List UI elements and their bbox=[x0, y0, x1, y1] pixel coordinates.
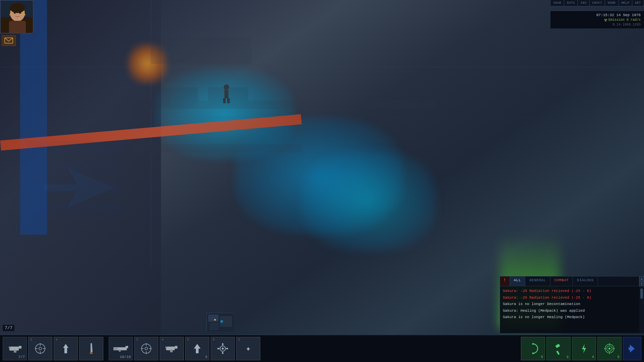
action-count-1: 5 bbox=[541, 355, 543, 359]
weapon-slot-7[interactable]: 4 bbox=[160, 337, 184, 360]
chat-scroll-down[interactable]: ▼ bbox=[639, 281, 644, 286]
weapon-slot-6[interactable]: 3 bbox=[134, 337, 158, 360]
svg-point-42 bbox=[39, 347, 42, 350]
svg-rect-85 bbox=[208, 315, 218, 321]
weapon-slot-8[interactable]: 5 5 bbox=[185, 337, 209, 360]
crosshair-2-icon bbox=[140, 343, 152, 355]
svg-rect-66 bbox=[222, 343, 223, 345]
action-slot-1[interactable]: 5 bbox=[521, 337, 545, 360]
svg-rect-69 bbox=[226, 348, 228, 349]
svg-rect-62 bbox=[165, 347, 167, 348]
chat-tab-general[interactable]: GENERAL bbox=[525, 277, 550, 286]
slot-count-8: 5 bbox=[205, 355, 207, 359]
character-portrait bbox=[1, 1, 34, 34]
tab-char[interactable]: CHAR bbox=[551, 0, 565, 6]
star-icon: ✦ bbox=[246, 343, 251, 354]
svg-point-30 bbox=[10, 3, 25, 13]
svg-marker-47 bbox=[63, 344, 68, 353]
svg-rect-17 bbox=[134, 101, 436, 109]
svg-point-71 bbox=[532, 353, 534, 354]
action-slot-4[interactable]: 5 bbox=[597, 337, 622, 360]
half-circle-icon bbox=[527, 343, 539, 355]
svg-rect-40 bbox=[9, 347, 10, 348]
chat-tab-alert[interactable]: ! bbox=[500, 277, 510, 286]
message-button[interactable] bbox=[2, 35, 16, 46]
weapon-slot-4[interactable] bbox=[79, 337, 103, 360]
ammo-display: 7/7 bbox=[3, 325, 14, 331]
svg-rect-14 bbox=[151, 37, 252, 64]
svg-rect-21 bbox=[223, 98, 226, 103]
chat-tab-dialogs[interactable]: DIALOGS bbox=[573, 277, 598, 286]
tab-inv[interactable]: INV bbox=[578, 0, 590, 6]
pistol-icon bbox=[8, 344, 22, 353]
tab-done[interactable]: DONE bbox=[605, 0, 619, 6]
chat-scrollbar-thumb bbox=[640, 289, 643, 299]
svg-rect-39 bbox=[19, 346, 21, 349]
weapon-slot-3[interactable]: 4 bbox=[54, 337, 78, 360]
action-slot-3[interactable]: 4 bbox=[572, 337, 596, 360]
tab-get[interactable]: GET bbox=[632, 0, 644, 6]
svg-marker-74 bbox=[582, 344, 586, 353]
chat-panel: ! ALL GENERAL COMBAT DIALOGS ▲ ▼ Sakura:… bbox=[500, 276, 644, 334]
tab-craft[interactable]: CRAFT bbox=[590, 0, 605, 6]
character-figure-1 bbox=[221, 84, 231, 104]
arrow-right-icon bbox=[627, 342, 637, 355]
tab-help[interactable]: HELP bbox=[619, 0, 633, 6]
weapon-slot-1[interactable]: 7/7 bbox=[3, 337, 27, 360]
lightning-icon bbox=[578, 343, 590, 355]
svg-marker-63 bbox=[194, 344, 201, 353]
crosshair-icon bbox=[34, 343, 46, 355]
chat-scrollbar bbox=[639, 286, 644, 333]
svg-point-65 bbox=[222, 348, 224, 350]
action-count-4: 5 bbox=[617, 355, 620, 359]
chat-messages: Sakura: -25 Radiation recieved (-25 - 0)… bbox=[500, 286, 644, 333]
chat-tabs: ! ALL GENERAL COMBAT DIALOGS ▲ ▼ bbox=[500, 277, 644, 286]
svg-point-70 bbox=[532, 343, 534, 345]
radiation-icon: ☢ bbox=[604, 17, 607, 23]
weapon-slot-5[interactable]: 10/10 bbox=[109, 337, 133, 360]
weapon-slot-9[interactable]: 5 bbox=[211, 337, 235, 360]
weapon-slot-10[interactable]: 3 ✦ bbox=[236, 337, 260, 360]
svg-rect-48 bbox=[90, 352, 93, 354]
pistol-2-icon bbox=[165, 344, 179, 353]
chat-message: Sakura: -25 Radiation recieved (-25 - 0) bbox=[503, 295, 638, 301]
svg-rect-31 bbox=[9, 21, 26, 34]
svg-point-88 bbox=[220, 320, 223, 323]
svg-rect-68 bbox=[217, 348, 219, 349]
weapon-slot-2[interactable]: 3 bbox=[28, 337, 52, 360]
svg-rect-61 bbox=[175, 346, 177, 349]
radiation-text: Emission 0 rad/s bbox=[608, 18, 641, 22]
action-slot-2[interactable]: 3 bbox=[546, 337, 571, 360]
svg-point-77 bbox=[608, 348, 610, 350]
svg-rect-83 bbox=[629, 347, 632, 350]
chat-scroll-up[interactable]: ▲ bbox=[639, 277, 644, 281]
svg-rect-22 bbox=[227, 98, 230, 103]
svg-point-35 bbox=[24, 14, 25, 15]
svg-rect-73 bbox=[555, 344, 560, 348]
status-coords: 0.14.1009.1203 bbox=[554, 23, 641, 26]
chat-tab-combat[interactable]: COMBAT bbox=[550, 277, 573, 286]
chat-tab-all[interactable]: ALL bbox=[510, 277, 525, 286]
svg-rect-18 bbox=[134, 144, 302, 153]
rifle-icon bbox=[113, 345, 129, 353]
status-time: 07:15:32 14 Sep 1976 bbox=[554, 13, 641, 17]
target-icon bbox=[603, 343, 615, 355]
svg-rect-87 bbox=[210, 323, 218, 330]
svg-rect-38 bbox=[14, 350, 16, 353]
svg-rect-72 bbox=[556, 351, 559, 355]
slot-count-5: 10/10 bbox=[120, 355, 131, 359]
inventory-button[interactable] bbox=[623, 337, 641, 360]
minimap-display bbox=[207, 313, 233, 331]
svg-point-32 bbox=[14, 12, 16, 14]
move-icon bbox=[60, 343, 72, 355]
gear-icon bbox=[217, 343, 229, 355]
chat-message: Sakura: Healing (Medpack) was applied bbox=[503, 308, 638, 314]
chat-message: Sakura is no longer Decontamination bbox=[503, 301, 638, 308]
action-count-3: 4 bbox=[592, 355, 594, 359]
svg-rect-67 bbox=[222, 352, 223, 354]
status-area: 07:15:32 14 Sep 1976 ☢ Emission 0 rad/s … bbox=[550, 11, 644, 29]
knife-icon bbox=[87, 343, 96, 355]
tab-data[interactable]: DATA bbox=[564, 0, 578, 6]
envelope-icon bbox=[4, 37, 13, 44]
action-count-2: 3 bbox=[566, 355, 569, 359]
